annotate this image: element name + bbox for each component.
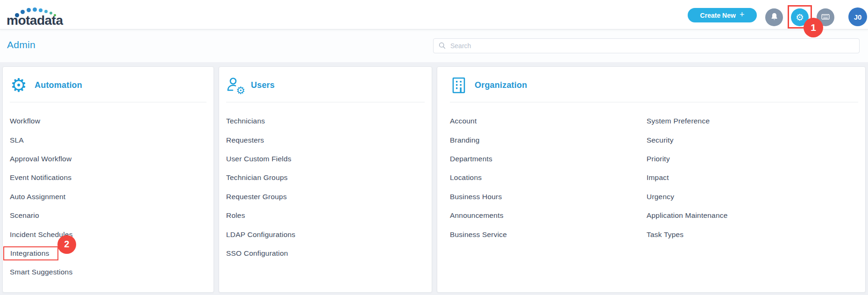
create-new-button[interactable]: Create New +	[688, 8, 757, 22]
menu-item-system-preference[interactable]: System Preference	[647, 112, 843, 130]
plus-icon: +	[740, 10, 745, 20]
menu-item-incident-schedules[interactable]: Incident Schedules	[10, 225, 206, 244]
card-users: ⚙ Users TechniciansRequestersUser Custom…	[219, 66, 432, 293]
menu-item-label: Locations	[450, 173, 482, 182]
keyboard-icon	[821, 12, 830, 23]
menu-item-label: Technician Groups	[226, 173, 288, 182]
menu-item-label: Business Hours	[450, 193, 502, 201]
card-title: Automation	[35, 80, 82, 90]
menu-item-application-maintenance[interactable]: Application Maintenance	[647, 206, 843, 225]
menu-item-sla[interactable]: SLA	[10, 130, 206, 149]
menu-item-business-service[interactable]: Business Service	[450, 225, 647, 244]
gear-icon: ⚙	[796, 13, 804, 22]
menu-item-label: SSO Configuration	[226, 249, 288, 258]
menu-item-task-types[interactable]: Task Types	[647, 225, 843, 244]
search-bar	[433, 38, 860, 53]
card-users-header: ⚙ Users	[219, 67, 432, 94]
admin-cards-area: ⚙ Automation WorkflowSLAApproval Workflo…	[0, 62, 868, 295]
logo-dot	[33, 7, 37, 12]
menu-item-business-hours[interactable]: Business Hours	[450, 187, 647, 206]
logo-dot	[39, 8, 43, 12]
logo-dot	[27, 8, 31, 12]
menu-item-account[interactable]: Account	[450, 112, 647, 130]
menu-item-label: Branding	[450, 136, 480, 144]
menu-item-scenario[interactable]: Scenario	[10, 206, 206, 225]
menu-item-announcements[interactable]: Announcements	[450, 206, 647, 225]
menu-item-label: Approval Workflow	[10, 155, 71, 163]
users-menu: TechniciansRequestersUser Custom FieldsT…	[219, 102, 432, 263]
user-avatar[interactable]: J0	[848, 7, 867, 26]
bell-icon	[770, 12, 779, 22]
menu-item-label: Task Types	[647, 230, 683, 239]
menu-item-label: Requester Groups	[226, 193, 287, 201]
menu-item-technician-groups[interactable]: Technician Groups	[226, 168, 425, 187]
menu-item-label: Integrations	[3, 246, 58, 260]
menu-item-label: Impact	[647, 173, 669, 182]
menu-item-label: Application Maintenance	[647, 211, 728, 220]
menu-item-label: System Preference	[647, 117, 710, 125]
menu-item-label: Account	[450, 117, 477, 125]
menu-item-requester-groups[interactable]: Requester Groups	[226, 187, 425, 206]
card-automation: ⚙ Automation WorkflowSLAApproval Workflo…	[2, 66, 214, 293]
menu-item-user-custom-fields[interactable]: User Custom Fields	[226, 150, 425, 168]
menu-item-label: Departments	[450, 155, 492, 163]
menu-item-label: Requesters	[226, 136, 264, 144]
menu-item-label: Workflow	[10, 117, 40, 125]
page-title: Admin	[7, 39, 36, 50]
menu-item-technicians[interactable]: Technicians	[226, 112, 425, 130]
automation-menu: WorkflowSLAApproval WorkflowEvent Notifi…	[3, 102, 213, 282]
logo-text: motadata	[7, 13, 63, 28]
menu-item-label: Auto Assignment	[10, 193, 65, 201]
menu-item-impact[interactable]: Impact	[647, 168, 843, 187]
organization-menu-col2: System PreferenceSecurityPriorityImpactU…	[647, 112, 843, 244]
top-bar: motadata Create New + ⚙ J0	[0, 0, 868, 29]
user-gear-icon: ⚙	[226, 76, 244, 94]
menu-item-approval-workflow[interactable]: Approval Workflow	[10, 150, 206, 168]
menu-item-label: Scenario	[10, 211, 39, 220]
menu-item-ldap-configurations[interactable]: LDAP Configurations	[226, 225, 425, 244]
menu-item-roles[interactable]: Roles	[226, 206, 425, 225]
menu-item-label: User Custom Fields	[226, 155, 292, 163]
motadata-logo[interactable]: motadata	[7, 7, 67, 27]
menu-item-workflow[interactable]: Workflow	[10, 112, 206, 130]
menu-item-sso-configuration[interactable]: SSO Configuration	[226, 244, 425, 263]
menu-item-label: Roles	[226, 211, 245, 220]
annotation-badge-2: 2	[57, 235, 76, 254]
menu-item-label: Event Notifications	[10, 173, 71, 182]
menu-item-label: Business Service	[450, 230, 507, 239]
search-input[interactable]	[433, 38, 860, 53]
automation-gear-icon: ⚙	[10, 76, 28, 94]
menu-item-security[interactable]: Security	[647, 130, 843, 149]
menu-item-auto-assignment[interactable]: Auto Assignment	[10, 187, 206, 206]
menu-item-label: Priority	[647, 155, 670, 163]
menu-item-label: Smart Suggestions	[10, 268, 72, 276]
page-header: Admin	[0, 29, 868, 62]
card-organization-header: Organization	[437, 67, 865, 94]
menu-item-label: SLA	[10, 136, 24, 144]
menu-item-departments[interactable]: Departments	[450, 150, 647, 168]
menu-item-branding[interactable]: Branding	[450, 130, 647, 149]
menu-item-urgency[interactable]: Urgency	[647, 187, 843, 206]
card-organization: Organization AccountBrandingDepartmentsL…	[437, 66, 866, 293]
annotation-badge-1: 1	[804, 18, 823, 37]
menu-item-locations[interactable]: Locations	[450, 168, 647, 187]
menu-item-label: Urgency	[647, 193, 674, 201]
menu-item-label: Announcements	[450, 211, 504, 220]
menu-item-label: Security	[647, 136, 674, 144]
organization-menu-col1: AccountBrandingDepartmentsLocationsBusin…	[450, 112, 647, 244]
menu-item-priority[interactable]: Priority	[647, 150, 843, 168]
notifications-button[interactable]	[765, 8, 783, 26]
card-title: Users	[251, 80, 275, 90]
card-title: Organization	[475, 80, 527, 90]
avatar-initials: J0	[854, 13, 862, 21]
card-automation-header: ⚙ Automation	[3, 67, 213, 94]
menu-item-label: Technicians	[226, 117, 265, 125]
logo-dot	[44, 10, 48, 13]
menu-item-integrations[interactable]: Integrations2	[10, 244, 206, 263]
menu-item-label: LDAP Configurations	[226, 230, 295, 239]
create-new-label: Create New	[700, 12, 736, 19]
organization-menu-columns: AccountBrandingDepartmentsLocationsBusin…	[437, 102, 865, 244]
menu-item-event-notifications[interactable]: Event Notifications	[10, 168, 206, 187]
menu-item-smart-suggestions[interactable]: Smart Suggestions	[10, 263, 206, 281]
menu-item-requesters[interactable]: Requesters	[226, 130, 425, 149]
